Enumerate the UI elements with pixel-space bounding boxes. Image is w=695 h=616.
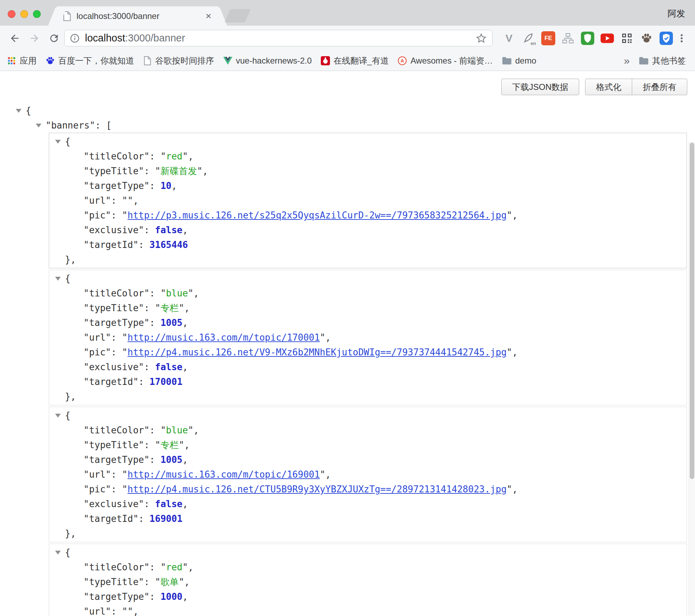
other-bookmarks-label: 其他书签 (652, 55, 686, 66)
back-icon[interactable] (5, 28, 25, 48)
browser-toolbar: localhost:3000/banner VenFE (0, 26, 695, 51)
json-line: "targetId": 169001 (49, 511, 687, 526)
collapse-toggle-icon[interactable] (55, 414, 61, 418)
page-content: 下载JSON数据 格式化 折叠所有 {"banners": [{"titleCo… (0, 71, 695, 616)
collapse-toggle-icon[interactable] (36, 124, 41, 127)
address-bar[interactable]: localhost:3000/banner (64, 30, 492, 46)
json-line: "exclusive": false, (49, 497, 687, 511)
json-line: "titleColor": "red", (49, 149, 687, 164)
qrcode-icon[interactable] (620, 31, 634, 45)
bookmark-label: 应用 (20, 55, 37, 66)
json-line: "pic": "http://p4.music.126.net/CTU5B9R9… (49, 482, 687, 497)
json-line: }, (49, 526, 687, 541)
json-object-box: {"titleColor": "blue","typeTitle": "专栏",… (49, 407, 687, 542)
format-button[interactable]: 格式化 (585, 79, 632, 95)
json-line: "typeTitle": "专栏", (49, 301, 687, 315)
bookmark-label: 百度一下，你就知道 (58, 55, 134, 66)
tab-title: localhost:3000/banner (77, 11, 204, 21)
zoom-window-button[interactable] (33, 10, 41, 18)
json-line: "url": "", (49, 193, 687, 208)
json-object-box: {"titleColor": "blue","typeTitle": "专栏",… (49, 270, 687, 405)
paw-icon[interactable] (640, 31, 654, 45)
json-line: { (49, 134, 687, 149)
json-line: }, (49, 252, 687, 267)
youtube-icon[interactable] (600, 31, 614, 45)
sitemap-icon[interactable] (561, 31, 575, 45)
vue-icon (223, 57, 232, 65)
bookmarks-overflow-chevron[interactable]: » (618, 55, 635, 67)
bookmark-item-folder[interactable]: demo (502, 56, 536, 66)
bookmark-item-page[interactable]: 谷歌按时间排序 (143, 55, 214, 66)
json-line: "typeTitle": "专栏", (49, 438, 687, 452)
json-url-link[interactable]: http://p4.music.126.net/V9-MXz6b2MNhEKju… (127, 347, 507, 358)
json-line: "targetId": 3165446 (49, 237, 687, 252)
json-line: }, (49, 389, 687, 404)
json-line: "targetType": 1005, (49, 315, 687, 330)
bookmark-item-apps-grid[interactable]: 应用 (7, 55, 37, 66)
page-favicon-icon (62, 11, 72, 21)
bookmark-item-awesomes[interactable]: AAwesomes - 前端资… (398, 55, 492, 66)
json-line: "typeTitle": "歌单", (49, 575, 687, 589)
folder-icon (502, 57, 512, 65)
json-line: { (0, 103, 695, 118)
fehelper-icon[interactable]: FE (541, 31, 555, 45)
bookmark-label: Awesomes - 前端资… (410, 55, 492, 66)
minimize-window-button[interactable] (20, 10, 28, 18)
json-url-link[interactable]: http://music.163.com/m/topic/170001 (127, 332, 320, 343)
json-line: "url": "", (49, 604, 687, 616)
close-window-button[interactable] (8, 10, 15, 18)
json-line: "url": "http://music.163.com/m/topic/170… (49, 330, 687, 345)
url-text[interactable]: localhost:3000/banner (85, 32, 475, 44)
forward-icon[interactable] (25, 28, 44, 48)
apps-grid-icon (7, 56, 16, 65)
url-path: :3000/banner (125, 32, 185, 44)
json-url-link[interactable]: http://p4.music.126.net/CTU5B9R9y3XyYBZX… (127, 484, 507, 494)
collapse-toggle-icon[interactable] (55, 140, 61, 144)
json-line: "titleColor": "blue", (49, 286, 687, 301)
download-json-button[interactable]: 下载JSON数据 (501, 79, 579, 95)
json-line: "targetType": 10, (49, 178, 687, 193)
chrome-menu-icon[interactable] (674, 26, 689, 51)
browser-tab[interactable]: localhost:3000/banner × (58, 6, 218, 26)
json-line: "exclusive": false, (49, 360, 687, 374)
awesomes-icon: A (398, 56, 407, 65)
tab-close-icon[interactable]: × (204, 11, 213, 21)
blue-shield-icon[interactable] (659, 31, 673, 45)
json-line: "pic": "http://p3.music.126.net/s25q2x5Q… (49, 208, 687, 223)
green-shield-icon[interactable] (581, 31, 595, 45)
collapse-all-button[interactable]: 折叠所有 (632, 79, 687, 95)
page-icon (143, 56, 152, 65)
json-line: "targetType": 1000, (49, 589, 687, 604)
page-info-icon[interactable] (70, 33, 80, 44)
bookmark-item-vue[interactable]: vue-hackernews-2.0 (223, 56, 312, 66)
other-bookmarks-folder[interactable]: 其他书签 (639, 55, 686, 66)
json-toolbar: 下载JSON数据 格式化 折叠所有 (501, 79, 687, 95)
bookmark-item-baidu-paw[interactable]: 百度一下，你就知道 (46, 55, 134, 66)
scrollbar-thumb[interactable] (690, 143, 694, 479)
json-line: "targetType": 1005, (49, 452, 687, 467)
bookmark-label: demo (515, 56, 536, 66)
reload-icon[interactable] (44, 28, 64, 48)
json-url-link[interactable]: http://p3.music.126.net/s25q2x5QyqsAzilC… (127, 210, 507, 221)
extensions-row: VenFE (499, 26, 676, 51)
json-line: { (49, 271, 687, 286)
bookmark-label: 谷歌按时间排序 (155, 55, 214, 66)
json-line: { (49, 408, 687, 423)
bookmark-item-youdao[interactable]: 在线翻译_有道 (321, 55, 389, 66)
page-scrollbar[interactable] (689, 142, 695, 616)
collapse-toggle-icon[interactable] (55, 551, 61, 555)
json-url-link[interactable]: http://music.163.com/m/topic/169001 (127, 469, 320, 480)
youdao-dict-pen-icon[interactable]: en (522, 31, 536, 45)
json-line: "pic": "http://p4.music.126.net/V9-MXz6b… (49, 345, 687, 360)
collapse-toggle-icon[interactable] (55, 277, 61, 281)
collapse-toggle-icon[interactable] (16, 109, 21, 113)
vimium-icon[interactable]: V (502, 31, 516, 45)
profile-name[interactable]: 阿发 (668, 8, 685, 19)
json-line: "titleColor": "blue", (49, 423, 687, 438)
json-line: "banners": [ (0, 118, 695, 133)
svg-text:A: A (401, 58, 404, 64)
json-line: "titleColor": "red", (49, 560, 687, 575)
bookmark-star-icon[interactable] (475, 32, 487, 44)
new-tab-button[interactable] (225, 9, 251, 22)
json-line: "url": "http://music.163.com/m/topic/169… (49, 467, 687, 482)
